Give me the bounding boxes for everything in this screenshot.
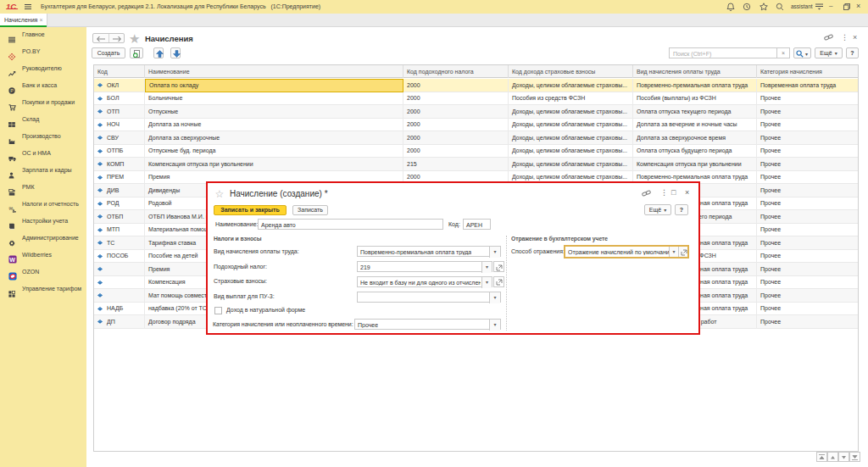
- svg-text:W: W: [9, 256, 15, 263]
- svg-text:P: P: [10, 87, 14, 92]
- svg-text:%: %: [8, 206, 13, 211]
